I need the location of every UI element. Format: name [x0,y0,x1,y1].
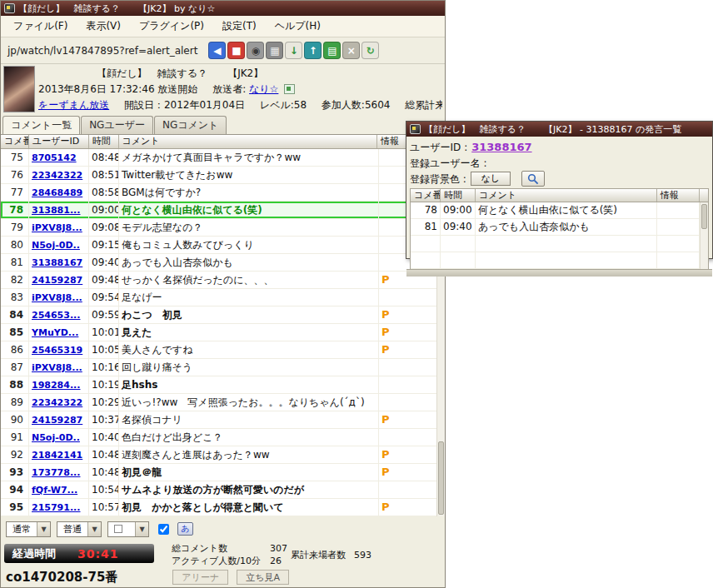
menu-file[interactable]: ファイル(F) [4,16,77,37]
comment-info [379,359,438,376]
user-comment-row[interactable]: 8109:40あっでも入山杏奈似かも [411,219,708,236]
comment-row[interactable]: 85YMuYD...10:01見えたP [1,324,445,341]
menu-help[interactable]: ヘルプ(H) [266,16,330,37]
user-id-link[interactable]: N5oj-0D.. [32,432,80,443]
comment-row[interactable]: 772846848908:58BGMは何ですか? [1,184,445,202]
comment-number: 78 [411,202,441,218]
app-icon [410,124,421,134]
community-link[interactable]: をーずまん放送 [38,99,109,111]
user-id-link[interactable]: iPXV8J8... [32,292,82,303]
user-id-link[interactable]: 31388167 [471,140,531,155]
upload-icon[interactable]: ↑ [304,42,322,59]
user-id-link[interactable]: 24159287 [32,415,82,426]
comment-time: 08:51 [89,167,119,183]
menu-plugin[interactable]: プラグイン(P) [130,16,213,37]
user-id-link[interactable]: 28468489 [32,187,82,198]
popup-column-header-2[interactable]: コメント [476,189,657,202]
comment-row[interactable]: 88198284...10:19足hshs [1,376,445,394]
comment-row[interactable]: 95215791...10:57初見 かかと落としが得意と聞いてP [1,499,445,516]
tab-comment-list[interactable]: コメント一覧 [2,116,80,134]
comment-number: 92 [1,446,29,463]
comment-row[interactable]: 87iPXV8J8...10:16回し蹴り痛そう [1,359,445,376]
popup-resize-bar[interactable] [406,269,712,277]
popup-column-header-0[interactable]: コメ番 [411,189,441,202]
user-id-link[interactable]: 22342322 [32,170,82,181]
user-id-cell: 21842141 [29,446,89,463]
menu-settings[interactable]: 設定(T) [213,16,266,37]
tab-ng-comment[interactable]: NGコメント [154,116,227,134]
comment-row[interactable]: 83iPXV8J8...09:54足なげー [1,289,445,306]
main-window: 【顔だし】 雑談する？ 【JK2】 by なり☆ ファイル(F)表示(V)プラグ… [0,0,446,588]
standing-a-button[interactable]: 立ち見A [237,570,289,585]
popup-column-header-3[interactable]: 情報 [657,189,700,202]
column-header-0[interactable]: コメ番 [1,135,29,148]
comment-number: 94 [1,481,29,498]
comment-row[interactable]: 78313881...09:00何となく横山由依に似てる(笑) [1,202,445,219]
user-name-line: 登録ユーザー名 : [410,155,709,171]
comment-row[interactable]: 862546531910:05美人さんですねP [1,341,445,359]
comment-row[interactable]: 902415928710:37名探偵コナリP [1,411,445,429]
comment-row[interactable]: 892234232210:29近いっ!?ww 写メ照張ったお。。。なりちゃん(´… [1,394,445,411]
user-id-link[interactable]: 173778... [32,467,80,478]
column-header-2[interactable]: 時間 [89,135,119,148]
bg-color-button[interactable]: なし [471,172,511,186]
menu-view[interactable]: 表示(V) [77,16,130,37]
color-dropdown[interactable]: ▼ [107,521,149,537]
comment-row[interactable]: 813138816709:40あっでも入山杏奈似かも [1,254,445,272]
ime-icon[interactable]: あ [177,522,193,536]
user-id-link[interactable]: fQf-W7... [32,485,77,496]
url-field[interactable]: jp/watch/lv147847895?ref=alert_alert [4,42,201,59]
comment-row[interactable]: 75870514208:48メガネかけて真面目キャラですか？ww [1,149,445,167]
user-id-link[interactable]: 254653... [32,310,80,321]
display-icon[interactable]: ▦ [266,42,283,59]
comment-row[interactable]: 922184214110:48遅刻魔さんと進展はあった？wwP [1,446,445,464]
comment-row[interactable]: 79iPXV8J8...09:08モデル志望なの？ [1,219,445,237]
comment-row[interactable]: 91N5oj-0D..10:40色白だけど出身どこ？ [1,429,445,446]
user-id-link[interactable]: iPXV8J8... [32,222,82,233]
user-id-link[interactable]: YMuYD... [32,327,78,338]
popup-scrollbar[interactable] [700,202,708,269]
user-id-link[interactable]: 31388167 [32,257,82,268]
user-id-link[interactable]: N5oj-0D.. [32,240,80,251]
comment-row[interactable]: 822415928709:48せっかく名探偵だったのに、、、P [1,272,445,289]
comment-row[interactable]: 80N5oj-0D..09:15俺もコミュ人数みてびっくり [1,237,445,254]
comment-row[interactable]: 762234232208:51Twitter載せてきたおww [1,167,445,184]
user-id-link[interactable]: 8705142 [32,152,77,163]
size-dropdown[interactable]: 普通 ▼ [57,521,102,537]
back-icon[interactable]: ◀ [208,42,226,59]
table-scrollbar-thumb[interactable] [438,441,444,515]
popup-scrollbar-thumb[interactable] [701,204,707,229]
anonymous-checkbox[interactable] [158,524,169,535]
user-comment-row[interactable]: 7809:00何となく横山由依に似てる(笑) [411,202,708,219]
stop-icon[interactable]: ■ [227,42,245,59]
column-header-3[interactable]: コメント [119,135,378,148]
comment-row[interactable]: 84254653...09:59わこつ 初見P [1,306,445,324]
comment-text: 名探偵コナリ [119,411,379,428]
search-button[interactable] [521,171,545,187]
user-id-link[interactable]: 22342322 [32,397,82,408]
comment-number: 86 [1,341,29,358]
refresh-icon[interactable]: ↻ [361,42,379,59]
position-dropdown[interactable]: 通常 ▼ [6,521,51,537]
column-header-1[interactable]: ユーザーID [29,135,89,148]
visitors-label: 累計来場者数 [291,550,346,561]
user-id-link[interactable]: 313881... [32,205,80,216]
user-id-link[interactable]: 24159287 [32,275,82,286]
tab-ng-user[interactable]: NGユーザー [81,116,153,134]
grid-icon[interactable]: ▤ [323,42,341,59]
broadcaster-link[interactable]: なり☆ [249,83,278,95]
comment-number: 78 [1,202,29,218]
speaker-icon[interactable]: ◉ [247,42,264,59]
user-id-link[interactable]: 215791... [32,502,80,513]
arena-button[interactable]: アリーナ [172,570,228,585]
close-tool-icon[interactable]: × [342,42,360,59]
comment-time: 10:54 [89,481,119,498]
user-id-link[interactable]: iPXV8J8... [32,362,82,373]
comment-row[interactable]: 94fQf-W7...10:54サムネより放送の方が断然可愛いのだが [1,481,445,499]
comment-row[interactable]: 93173778...10:48初見＠龍P [1,464,445,481]
user-id-link[interactable]: 21842141 [32,450,82,461]
popup-column-header-1[interactable]: 時間 [441,189,476,202]
user-id-link[interactable]: 25465319 [32,345,82,356]
user-id-link[interactable]: 198284... [32,380,80,391]
download-icon[interactable]: ↓ [285,42,302,59]
